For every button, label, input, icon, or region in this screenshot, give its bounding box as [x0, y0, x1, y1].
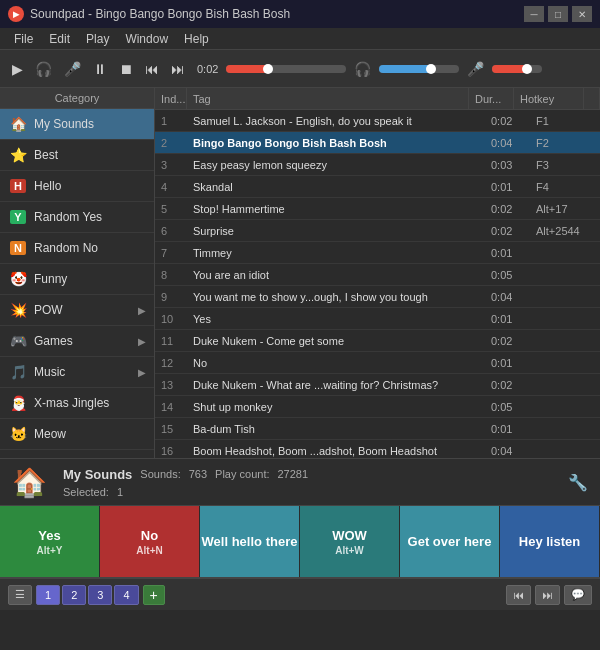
table-row[interactable]: 12No0:01 [155, 352, 600, 374]
maximize-button[interactable]: □ [548, 6, 568, 22]
track-duration: 0:04 [485, 445, 530, 457]
sound-buttons: YesAlt+YNoAlt+NWell hello thereWOWAlt+WG… [0, 506, 600, 578]
table-row[interactable]: 5Stop! Hammertime0:02Alt+17 [155, 198, 600, 220]
sidebar: Category 🏠My Sounds⭐BestHHelloYRandom Ye… [0, 88, 155, 458]
table-row[interactable]: 1Samuel L. Jackson - English, do you spe… [155, 110, 600, 132]
add-tab-button[interactable]: + [143, 585, 165, 605]
tab-3[interactable]: 3 [88, 585, 112, 605]
track-index: 13 [155, 379, 187, 391]
table-row[interactable]: 15Ba-dum Tish0:01 [155, 418, 600, 440]
sound-button-wow[interactable]: WOWAlt+W [300, 506, 400, 577]
sound-button-well-hello-there[interactable]: Well hello there [200, 506, 300, 577]
track-tag: Shut up monkey [187, 401, 485, 413]
table-row[interactable]: 2Bingo Bango Bongo Bish Bash Bosh0:04F2 [155, 132, 600, 154]
sound-button-no[interactable]: NoAlt+N [100, 506, 200, 577]
sidebar-item-random-no[interactable]: NRandom No [0, 233, 154, 264]
menu-item-window[interactable]: Window [117, 30, 176, 48]
tab-4[interactable]: 4 [114, 585, 138, 605]
stop-button[interactable]: ⏹ [115, 59, 137, 79]
sidebar-item-games[interactable]: 🎮Games▶ [0, 326, 154, 357]
table-row[interactable]: 4Skandal0:01F4 [155, 176, 600, 198]
track-duration: 0:02 [485, 115, 530, 127]
track-header: Ind... Tag Dur... Hotkey [155, 88, 600, 110]
mic-volume-thumb [522, 64, 532, 74]
sidebar-item-my-sounds[interactable]: 🏠My Sounds [0, 109, 154, 140]
sound-button-hotkey: Alt+W [335, 545, 364, 556]
sidebar-item-x-mas-jingles[interactable]: 🎅X-mas Jingles [0, 388, 154, 419]
status-playcount-label: Play count: [215, 468, 269, 480]
play-button[interactable]: ▶ [8, 59, 27, 79]
wrench-icon[interactable]: 🔧 [568, 473, 588, 492]
track-duration: 0:01 [485, 357, 530, 369]
mic2-button[interactable]: 🎤 [463, 59, 488, 79]
mic-button[interactable]: 🎤 [60, 59, 85, 79]
track-index: 4 [155, 181, 187, 193]
table-row[interactable]: 8You are an idiot0:05 [155, 264, 600, 286]
prev-end-button[interactable]: ⏮ [506, 585, 531, 605]
sidebar-item-pow[interactable]: 💥POW▶ [0, 295, 154, 326]
sidebar-item-hello[interactable]: HHello [0, 171, 154, 202]
headphones2-button[interactable]: 🎧 [350, 59, 375, 79]
status-sounds-count: 763 [189, 468, 207, 480]
table-row[interactable]: 3Easy peasy lemon squeezy0:03F3 [155, 154, 600, 176]
sound-button-yes[interactable]: YesAlt+Y [0, 506, 100, 577]
menu-item-play[interactable]: Play [78, 30, 117, 48]
minimize-button[interactable]: ─ [524, 6, 544, 22]
sidebar-item-funny[interactable]: 🤡Funny [0, 264, 154, 295]
menu-icon-button[interactable]: ☰ [8, 585, 32, 605]
cat-label: Games [34, 334, 73, 348]
sidebar-item-best[interactable]: ⭐Best [0, 140, 154, 171]
headphones-button[interactable]: 🎧 [31, 59, 56, 79]
volume-bar[interactable] [379, 65, 459, 73]
cat-icon: 🎅 [8, 393, 28, 413]
sound-button-get-over-here[interactable]: Get over here [400, 506, 500, 577]
tab-2[interactable]: 2 [62, 585, 86, 605]
next-end-button[interactable]: ⏭ [535, 585, 560, 605]
next-button[interactable]: ⏭ [167, 59, 189, 79]
track-duration: 0:05 [485, 269, 530, 281]
track-index: 15 [155, 423, 187, 435]
track-duration: 0:03 [485, 159, 530, 171]
sound-button-hotkey: Alt+N [136, 545, 162, 556]
track-index: 3 [155, 159, 187, 171]
cat-icon: ⭐ [8, 145, 28, 165]
title-bar: ▶ Soundpad - Bingo Bango Bongo Bish Bash… [0, 0, 600, 28]
pause-button[interactable]: ⏸ [89, 59, 111, 79]
table-row[interactable]: 9You want me to show y...ough, I show yo… [155, 286, 600, 308]
progress-bar[interactable] [226, 65, 346, 73]
sidebar-item-meow[interactable]: 🐱Meow [0, 419, 154, 450]
menu-item-file[interactable]: File [6, 30, 41, 48]
status-selected-count: 1 [117, 486, 123, 498]
menu-item-help[interactable]: Help [176, 30, 217, 48]
close-button[interactable]: ✕ [572, 6, 592, 22]
track-tag: Ba-dum Tish [187, 423, 485, 435]
table-row[interactable]: 13Duke Nukem - What are ...waiting for? … [155, 374, 600, 396]
tab-1[interactable]: 1 [36, 585, 60, 605]
window-controls[interactable]: ─ □ ✕ [524, 6, 592, 22]
cat-icon: 🎮 [8, 331, 28, 351]
track-hotkey: Alt+2544 [530, 225, 600, 237]
sidebar-item-random-yes[interactable]: YRandom Yes [0, 202, 154, 233]
sound-button-hey-listen[interactable]: Hey listen [500, 506, 600, 577]
app-icon: ▶ [8, 6, 24, 22]
table-row[interactable]: 10Yes0:01 [155, 308, 600, 330]
cat-label: Random Yes [34, 210, 102, 224]
cat-label: Meow [34, 427, 66, 441]
sound-button-label: WOW [332, 528, 367, 543]
table-row[interactable]: 6Surprise0:02Alt+2544 [155, 220, 600, 242]
table-row[interactable]: 11Duke Nukem - Come get some0:02 [155, 330, 600, 352]
track-duration: 0:02 [485, 379, 530, 391]
table-row[interactable]: 16Boom Headshot, Boom ...adshot, Boom He… [155, 440, 600, 458]
track-hotkey: F3 [530, 159, 600, 171]
menu-item-edit[interactable]: Edit [41, 30, 78, 48]
mic-volume-bar[interactable] [492, 65, 542, 73]
track-tag: Surprise [187, 225, 485, 237]
end-buttons[interactable]: ⏮ ⏭ 💬 [506, 585, 592, 605]
chat-button[interactable]: 💬 [564, 585, 592, 605]
prev-button[interactable]: ⏮ [141, 59, 163, 79]
cat-label: Music [34, 365, 65, 379]
table-row[interactable]: 14Shut up monkey0:05 [155, 396, 600, 418]
track-duration: 0:02 [485, 225, 530, 237]
table-row[interactable]: 7Timmey0:01 [155, 242, 600, 264]
sidebar-item-music[interactable]: 🎵Music▶ [0, 357, 154, 388]
